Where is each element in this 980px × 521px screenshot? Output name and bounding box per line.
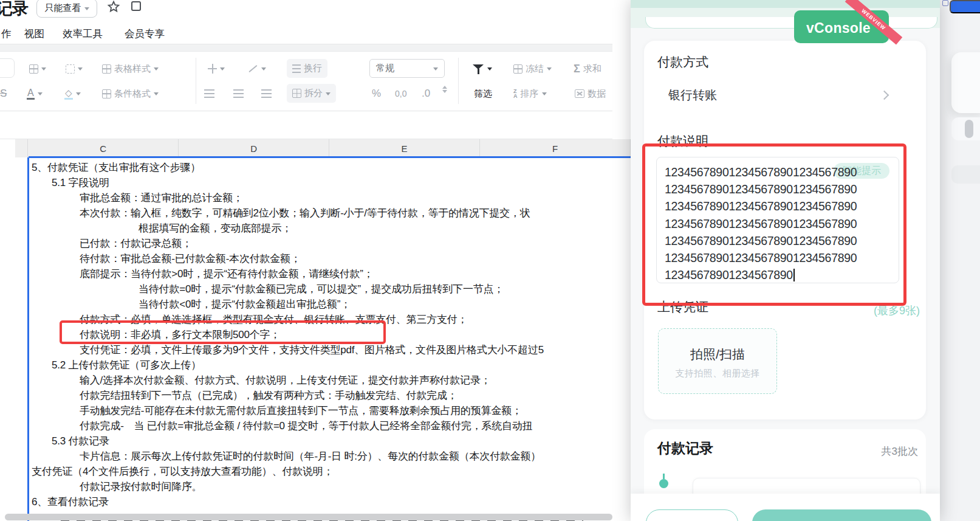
timeline-line [663, 474, 665, 479]
decimal-stepper[interactable] [442, 83, 447, 104]
decimal-format-button[interactable]: .0 [422, 83, 430, 104]
filter-button-label[interactable]: 筛选 [474, 83, 492, 104]
sort-az-icon: ZA [513, 89, 518, 98]
partial-dropdown-button[interactable] [0, 58, 15, 78]
horizontal-scrollbar[interactable] [5, 514, 612, 520]
column-header-f[interactable]: F [480, 139, 631, 157]
sheet-cell[interactable]: 输入/选择本次付款金额、付款方式、付款说明，上传支付凭证，提交付款并声称付款记录… [0, 373, 631, 388]
star-icon[interactable] [107, 0, 120, 13]
column-header-stub[interactable] [15, 139, 28, 157]
secondary-action-button[interactable] [646, 509, 738, 521]
primary-action-button[interactable] [752, 509, 931, 521]
menubar: 作 视图 效率工具 会员专享 [0, 22, 612, 44]
sheet-cell[interactable]: 付款完成- 当 已付款=审批总金额 / 待付款=0 提交时，等于付款人已经将全部… [0, 418, 631, 433]
borders-button[interactable] [29, 58, 46, 79]
sigma-icon: Σ [574, 63, 580, 75]
freeze-icon [513, 64, 523, 74]
toolbar: 表格样式 换行 常规 冻结 Σ求和 S A ◇ 条件格式 拆分 % 0,0 [0, 52, 612, 111]
align-right-button[interactable] [261, 83, 272, 104]
wrap-icon [292, 64, 301, 73]
payment-records-count: 共3批次 [882, 444, 918, 458]
chevron-down-icon [38, 92, 43, 98]
wrap-text-button[interactable]: 换行 [287, 59, 327, 78]
menu-item-efficiency-tools[interactable]: 效率工具 [63, 27, 103, 41]
chevron-down-icon [154, 67, 159, 73]
vconsole-button[interactable]: vConsole WEBVIEW [794, 10, 889, 43]
view-mode-label: 只能查看 [45, 2, 81, 14]
align-left-button[interactable] [204, 83, 214, 104]
mobile-preview-panel: vConsole WEBVIEW 付款方式 银行转账 付款说明 智能提示 123… [631, 0, 940, 521]
sheet-cell[interactable]: 6、查看付款记录 [0, 494, 631, 509]
column-header-c[interactable]: C [28, 139, 179, 157]
blue-action-button[interactable] [950, 0, 980, 13]
sheet-cell[interactable]: 支付凭证：必填，文件上传最多为9个文件，支持文件类型pdf、图片格式，文件及图片… [0, 342, 631, 357]
grid-icon [29, 64, 38, 74]
sheet-area[interactable]: 5、付款凭证（支出审批有这个步骤） 5.1 字段说明 审批总金额：通过审批的总计… [0, 158, 631, 521]
chevron-down-icon [442, 90, 447, 95]
crop-button[interactable] [66, 58, 83, 79]
align-center-button[interactable] [233, 83, 244, 104]
sum-button[interactable]: Σ求和 [574, 58, 601, 79]
toolbar-divider [196, 58, 196, 104]
sheet-cell[interactable]: 当待付款<0时，提示“付款金额超出审批总额”； [0, 297, 631, 312]
document-title: 记录 [0, 0, 28, 19]
scrollbar-thumb[interactable] [965, 120, 973, 138]
column-header-e[interactable]: E [329, 139, 480, 157]
desktop-right-strip [940, 0, 980, 521]
sheet-cell[interactable]: 待付款：审批总金额-已付款金额-本次付款金额； [0, 251, 631, 266]
strikethrough-button[interactable]: S [0, 83, 7, 104]
freeze-button[interactable]: 冻结 [513, 58, 552, 79]
sheet-cell[interactable]: 支付凭证（4个文件后换行，可以支持放大查看功能）、付款说明； [0, 464, 631, 479]
sheet-cell[interactable]: 5.3 付款记录 [0, 433, 631, 449]
font-color-button[interactable]: A [27, 83, 43, 104]
percent-format-button[interactable]: % [372, 83, 381, 104]
toolbar-divider [458, 58, 459, 104]
sheet-cell[interactable]: 本次付款：输入框，纯数字，可精确到2位小数；输入判断-小于/等于待付款，等于的情… [0, 205, 631, 221]
sheet-cell[interactable]: 根据填写的金额，变动底部提示； [0, 221, 631, 236]
chevron-down-icon [542, 92, 547, 98]
chevron-down-icon [220, 67, 225, 73]
upload-hint: 支持拍照、相册选择 [659, 368, 776, 379]
payment-method-row[interactable]: 银行转账 [668, 87, 717, 103]
data-validation-button[interactable]: 数据 [575, 83, 606, 104]
funnel-icon [473, 64, 484, 74]
view-mode-dropdown[interactable]: 只能查看 [36, 0, 97, 18]
filter-button-icon[interactable] [473, 58, 492, 79]
sheet-cell[interactable]: 5.1 字段说明 [0, 175, 631, 190]
menu-item-view[interactable]: 视图 [24, 27, 44, 41]
menu-item-partial[interactable]: 作 [1, 27, 12, 41]
sort-button[interactable]: ZA排序 [513, 83, 547, 104]
diagonal-button[interactable] [248, 58, 266, 79]
table-style-button[interactable]: 表格样式 [102, 58, 159, 79]
sheet-cell[interactable]: 当待付款=0时，提示“付款金额已完成，可以提交”，提交成功后扭转到下一节点； [0, 281, 631, 297]
column-header-d[interactable]: D [179, 139, 329, 157]
sheet-cell[interactable]: 审批总金额：通过审批的总计金额； [0, 190, 631, 205]
sheet-cell[interactable]: 5、付款凭证（支出审批有这个步骤） [0, 160, 631, 175]
toolbar-row-1: 表格样式 换行 常规 冻结 Σ求和 [0, 58, 612, 79]
table-style-icon [102, 64, 111, 74]
sheet-cell[interactable]: 5.2 上传付款凭证（可多次上传） [0, 357, 631, 373]
background-card [951, 52, 980, 113]
split-cells-button[interactable]: 拆分 [287, 84, 336, 103]
align-right-icon [261, 89, 272, 98]
camera-scan-upload-button[interactable]: 拍照/扫描 支持拍照、相册选择 [658, 328, 777, 394]
sheet-cell[interactable]: 已付款：付款记录总额； [0, 236, 631, 251]
merge-cells-button[interactable] [208, 58, 225, 79]
window-icon[interactable] [131, 1, 141, 11]
grid-icon [942, 0, 948, 6]
number-format-dropdown[interactable]: 常规 [369, 59, 445, 78]
thousands-format-button[interactable]: 0,0 [395, 83, 406, 104]
sheet-cell[interactable]: 底部提示：当待付款>0时，提示“还有待付款金额，请继续付款”； [0, 266, 631, 281]
fill-color-button[interactable]: ◇ [64, 83, 81, 104]
sheet-cell[interactable]: 付款记录按付款时间降序。 [0, 479, 631, 494]
sheet-cell[interactable]: 手动触发完结-可能存在未付款无需付款后直接扭转到下一节点，需要释放剩余预占用的预… [0, 403, 631, 418]
toolbar-row-2: S A ◇ 条件格式 拆分 % 0,0 .0 筛选 ZA排序 数据 [0, 83, 612, 104]
sheet-cell[interactable]: 付款完结扭转到下一节点（已完成），触发有两种方式：手动触发完结、付款完成； [0, 388, 631, 403]
formula-bar[interactable] [0, 111, 612, 139]
conditional-format-button[interactable]: 条件格式 [102, 83, 159, 104]
sheet-cell[interactable]: 卡片信息：展示每次上传付款凭证时的付款时间（年-月-日 时:分）、每次的付款金额… [0, 449, 631, 464]
menu-item-member[interactable]: 会员专享 [125, 27, 165, 41]
selection-left-border [27, 157, 29, 521]
timeline-dot-icon [659, 479, 668, 488]
chevron-right-icon[interactable] [880, 91, 889, 100]
